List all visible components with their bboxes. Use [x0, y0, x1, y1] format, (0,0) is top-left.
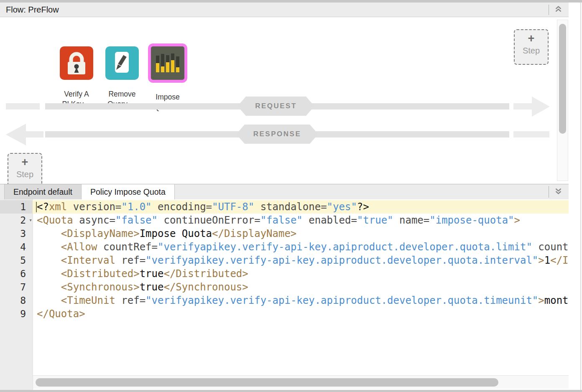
flow-panel: Flow: PreFlow Verify A PI Key…Remove Que…: [0, 3, 569, 390]
add-step-request-button[interactable]: + Step: [514, 29, 549, 65]
code-line[interactable]: <Synchronous>true</Synchronous>: [33, 280, 569, 294]
line-number: 2▾: [0, 214, 33, 227]
header-divider: [549, 5, 549, 15]
window-right-edge: [580, 3, 581, 390]
flow-vertical-scrollbar[interactable]: [557, 20, 568, 181]
policy-impose-quota[interactable]: Impose Quota…: [151, 44, 184, 112]
code-row: 1<?xml version="1.0" encoding="UTF-8" st…: [0, 200, 569, 214]
tab-endpoint-default[interactable]: Endpoint default: [4, 184, 82, 199]
bar-chart-icon[interactable]: [148, 43, 187, 83]
code-row: 9</Quota>: [0, 307, 569, 321]
code-line[interactable]: <Quota async="false" continueOnError="fa…: [33, 214, 569, 227]
editor-tabbar: Endpoint defaultPolicy Impose Quota: [0, 184, 569, 199]
scrollbar-thumb[interactable]: [36, 378, 498, 387]
chevron-double-down-icon: [554, 187, 562, 196]
policy-remove-query[interactable]: Remove Query …: [105, 44, 139, 109]
line-number: 9: [0, 307, 33, 321]
code-lines: 1<?xml version="1.0" encoding="UTF-8" st…: [0, 199, 569, 321]
flow-title: Flow: PreFlow: [0, 5, 59, 15]
apigee-flow-editor: Flow: PreFlow Verify A PI Key…Remove Que…: [0, 0, 582, 392]
text-cursor: [36, 202, 37, 212]
scrollbar-thumb[interactable]: [559, 24, 566, 134]
response-arrow-tail: [513, 131, 549, 137]
code-line[interactable]: <TimeUnit ref="verifyapikey.verify-api-k…: [33, 294, 569, 307]
line-number: 7: [0, 280, 33, 294]
flow-header: Flow: PreFlow: [0, 3, 569, 17]
code-row: 5 <Interval ref="verifyapikey.verify-api…: [0, 254, 569, 267]
code-line[interactable]: <Interval ref="verifyapikey.verify-api-k…: [33, 254, 569, 267]
code-line[interactable]: </Quota>: [33, 307, 569, 321]
line-number: 4: [0, 240, 33, 254]
request-arrow-head-base: [513, 103, 532, 109]
code-line[interactable]: <DisplayName>Impose Quota</DisplayName>: [33, 227, 569, 240]
code-row: 2▾<Quota async="false" continueOnError="…: [0, 214, 569, 227]
request-arrow-tail: [6, 103, 40, 109]
tab-policy-impose-quota[interactable]: Policy Impose Quota: [82, 184, 175, 199]
code-row: 4 <Allow countRef="verifyapikey.verify-a…: [0, 240, 569, 254]
code-row: 7 <Synchronous>true</Synchronous>: [0, 280, 569, 294]
editor-horizontal-scrollbar[interactable]: [33, 375, 569, 389]
tabbar-divider: [549, 186, 549, 198]
code-editor[interactable]: 1<?xml version="1.0" encoding="UTF-8" st…: [0, 199, 569, 390]
code-line[interactable]: <Distributed>true</Distributed>: [33, 267, 569, 280]
line-number: 3: [0, 227, 33, 240]
flow-canvas: Verify A PI Key…Remove Query …Impose Quo…: [0, 17, 569, 184]
code-line[interactable]: <?xml version="1.0" encoding="UTF-8" sta…: [33, 200, 569, 214]
policy-list: Verify A PI Key…Remove Query …Impose Quo…: [60, 44, 184, 112]
add-step-label: Step: [523, 46, 540, 56]
window-bottom-edge: [0, 390, 582, 392]
response-label: RESPONSE: [236, 125, 318, 144]
plus-icon: +: [22, 156, 28, 168]
line-number: 6: [0, 267, 33, 280]
add-step-label: Step: [16, 170, 33, 179]
policy-verify-api-key[interactable]: Verify A PI Key…: [60, 44, 93, 109]
code-line[interactable]: <Allow countRef="verifyapikey.verify-api…: [33, 240, 569, 254]
pencil-icon[interactable]: [105, 46, 139, 80]
code-row: 8 <TimeUnit ref="verifyapikey.verify-api…: [0, 294, 569, 307]
lock-icon[interactable]: [60, 46, 93, 80]
line-number: 8: [0, 294, 33, 307]
add-step-response-button[interactable]: + Step: [8, 153, 42, 184]
code-row: 3 <DisplayName>Impose Quota</DisplayName…: [0, 227, 569, 240]
request-arrowhead-icon: [532, 97, 550, 117]
plus-icon: +: [528, 33, 535, 44]
collapse-editor-button[interactable]: [551, 186, 566, 198]
response-arrow-head-base: [26, 131, 43, 137]
line-number: 1: [0, 200, 33, 214]
response-arrowhead-icon: [6, 124, 26, 145]
code-row: 6 <Distributed>true</Distributed>: [0, 267, 569, 280]
collapse-flow-panel-button[interactable]: [551, 3, 566, 16]
fold-arrow-icon[interactable]: ▾: [29, 214, 32, 227]
chevron-double-up-icon: [554, 5, 562, 14]
tab-list: Endpoint defaultPolicy Impose Quota: [4, 184, 175, 199]
request-label: REQUEST: [237, 97, 314, 116]
line-number: 5: [0, 254, 33, 267]
